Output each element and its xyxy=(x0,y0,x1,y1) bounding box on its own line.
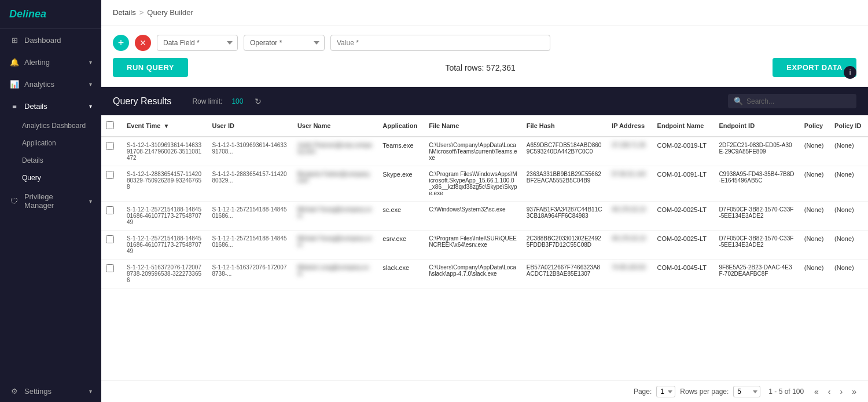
results-area: Query Results Row limit: 100 ↻ 🔍 Event T… xyxy=(101,87,868,402)
sidebar-subitem-label: Details xyxy=(22,156,43,165)
application-header[interactable]: Application xyxy=(378,115,424,137)
search-box[interactable]: 🔍 xyxy=(728,94,856,108)
row-checkbox[interactable] xyxy=(106,235,114,243)
policy-id-cell: (None) xyxy=(830,166,868,202)
data-field-select[interactable]: Data Field * xyxy=(157,35,238,51)
sidebar-item-analytics[interactable]: 📊 Analytics ▾ xyxy=(0,73,101,95)
row-checkbox[interactable] xyxy=(106,264,114,272)
chevron-down-icon: ▾ xyxy=(89,198,92,204)
user-name-header[interactable]: User Name xyxy=(293,115,378,137)
sidebar-subitem-analytics-dashboard[interactable]: Analytics Dashboard xyxy=(0,117,101,134)
sidebar: Delinea ⊞ Dashboard 🔔 Alerting ▾ 📊 Analy… xyxy=(0,0,101,402)
row-checkbox-cell[interactable] xyxy=(101,202,122,231)
sidebar-item-privilege-manager[interactable]: 🛡 Privilege Manager ▾ xyxy=(0,187,101,215)
endpoint-name-header[interactable]: Endpoint Name xyxy=(653,115,715,137)
user-id-cell: S-1-12-1-2883654157-1142080329... xyxy=(207,166,292,202)
last-page-button[interactable]: » xyxy=(849,386,859,397)
refresh-icon[interactable]: ↻ xyxy=(255,97,262,106)
policy-id-cell: (None) xyxy=(830,202,868,231)
sidebar-subitem-label: Analytics Dashboard xyxy=(22,122,86,130)
sidebar-subitem-label: Application xyxy=(22,139,56,147)
chevron-down-icon: ▾ xyxy=(89,388,92,394)
sidebar-item-label: Details xyxy=(24,102,47,111)
results-table-container: Event Time ▼ User ID User Name Applicati… xyxy=(101,115,868,381)
policy-header[interactable]: Policy xyxy=(800,115,830,137)
search-input[interactable] xyxy=(746,97,851,105)
endpoint-id-cell: D7F050CF-3B82-1570-C33F-5EE134E3ADE2 xyxy=(714,231,799,260)
table-row: S-1-12-1-2572154188-1484501686-461077173… xyxy=(101,231,868,260)
add-filter-button[interactable]: + xyxy=(113,35,129,51)
file-hash-header[interactable]: File Hash xyxy=(522,115,607,137)
policy-cell: (None) xyxy=(800,137,830,166)
first-page-button[interactable]: « xyxy=(812,386,821,397)
event-time-cell: S-1-12-1-2883654157-1142080329-750926289… xyxy=(122,166,207,202)
event-time-cell: S-1-12-1-516372076-1720078738-209596538-… xyxy=(122,260,207,288)
rows-per-page-select[interactable]: 5 10 25 50 100 xyxy=(733,386,760,397)
endpoint-id-header[interactable]: Endpoint ID xyxy=(714,115,799,137)
table-row: S-1-12-1-2572154188-1484501686-461077173… xyxy=(101,202,868,231)
sidebar-item-dashboard[interactable]: ⊞ Dashboard xyxy=(0,29,101,51)
file-hash-cell: 2C388BBC203301302E24925FDDB3F7D12C55C08D xyxy=(522,231,607,260)
user-id-header[interactable]: User ID xyxy=(207,115,292,137)
ip-address-cell: 57.83.31.143 xyxy=(607,166,652,202)
info-icon[interactable]: i xyxy=(844,66,856,79)
query-actions-row: RUN QUERY Total rows: 572,361 EXPORT DAT… xyxy=(113,58,856,77)
policy-cell: (None) xyxy=(800,166,830,202)
event-time-header[interactable]: Event Time ▼ xyxy=(122,115,207,137)
row-checkbox[interactable] xyxy=(106,142,114,150)
value-input[interactable] xyxy=(330,35,550,51)
page-number-select[interactable]: 1 xyxy=(656,386,675,397)
policy-id-cell: (None) xyxy=(830,137,868,166)
operator-select[interactable]: Operator * xyxy=(244,35,325,51)
sidebar-item-label: Privilege Manager xyxy=(24,192,84,210)
application-cell: slack.exe xyxy=(378,260,424,288)
policy-id-cell: (None) xyxy=(830,231,868,260)
select-all-checkbox[interactable] xyxy=(106,121,114,129)
remove-filter-button[interactable]: × xyxy=(135,35,151,51)
row-checkbox-cell[interactable] xyxy=(101,231,122,260)
sidebar-subitem-details[interactable]: Details xyxy=(0,152,101,169)
sidebar-subitem-label: Query xyxy=(22,174,41,182)
row-checkbox-cell[interactable] xyxy=(101,260,122,288)
chevron-down-icon: ▾ xyxy=(89,103,92,109)
policy-id-header[interactable]: Policy ID xyxy=(830,115,868,137)
logo-text: Delinea xyxy=(9,8,46,20)
event-time-cell: S-1-12-1-2572154188-1484501686-461077173… xyxy=(122,231,207,260)
sidebar-subitem-query[interactable]: Query xyxy=(0,169,101,187)
sidebar-item-alerting[interactable]: 🔔 Alerting ▾ xyxy=(0,51,101,73)
endpoint-name-cell: COM-02-0019-LT xyxy=(653,137,715,166)
file-hash-cell: 937FAB1F3A34287C44B11C3CB18A964FF6C84983 xyxy=(522,202,607,231)
total-rows-text: Total rows: 572,361 xyxy=(445,63,515,72)
file-hash-cell: A659DBC7FDB5184ABD8609C593240DA442B7C0C0 xyxy=(522,137,607,166)
page-range-text: 1 - 5 of 100 xyxy=(768,388,804,396)
breadcrumb-parent[interactable]: Details xyxy=(113,8,136,17)
endpoint-name-cell: COM-01-0045-LT xyxy=(653,260,715,288)
table-head: Event Time ▼ User ID User Name Applicati… xyxy=(101,115,868,137)
next-page-button[interactable]: › xyxy=(838,386,845,397)
sidebar-subitem-application[interactable]: Application xyxy=(0,134,101,152)
file-name-header[interactable]: File Name xyxy=(424,115,522,137)
bell-icon: 🔔 xyxy=(9,57,20,67)
table-body: S-1-12-1-3109693614-1463391708-214796002… xyxy=(101,137,868,288)
chevron-down-icon: ▾ xyxy=(89,81,92,87)
gear-icon: ⚙ xyxy=(9,386,20,396)
event-time-cell: S-1-12-1-3109693614-1463391708-214796002… xyxy=(122,137,207,166)
application-cell: esrv.exe xyxy=(378,231,424,260)
sidebar-item-details[interactable]: ≡ Details ▾ xyxy=(0,95,101,117)
file-hash-cell: 2363A331BB9B1B29E55662BF2EACA5552B5C04B9 xyxy=(522,166,607,202)
pagination-bar: Page: 1 Rows per page: 5 10 25 50 100 1 … xyxy=(101,381,868,402)
row-checkbox[interactable] xyxy=(106,206,114,214)
row-checkbox-cell[interactable] xyxy=(101,166,122,202)
run-query-button[interactable]: RUN QUERY xyxy=(113,58,188,77)
shield-icon: 🛡 xyxy=(9,196,20,206)
endpoint-name-cell: COM-02-0025-LT xyxy=(653,231,715,260)
row-checkbox[interactable] xyxy=(106,171,114,179)
endpoint-id-cell: D7F050CF-3B82-1570-C33F-5EE134E3ADE2 xyxy=(714,202,799,231)
page-label: Page: xyxy=(634,388,652,396)
ip-address-header[interactable]: IP Address xyxy=(607,115,652,137)
sidebar-item-settings[interactable]: ⚙ Settings ▾ xyxy=(0,380,101,402)
main-content: Details > Query Builder i + × Data Field… xyxy=(101,0,868,402)
prev-page-button[interactable]: ‹ xyxy=(826,386,833,397)
row-checkbox-cell[interactable] xyxy=(101,137,122,166)
file-name-cell: C:\Users\Company\AppData\Local\slack\app… xyxy=(424,260,522,288)
